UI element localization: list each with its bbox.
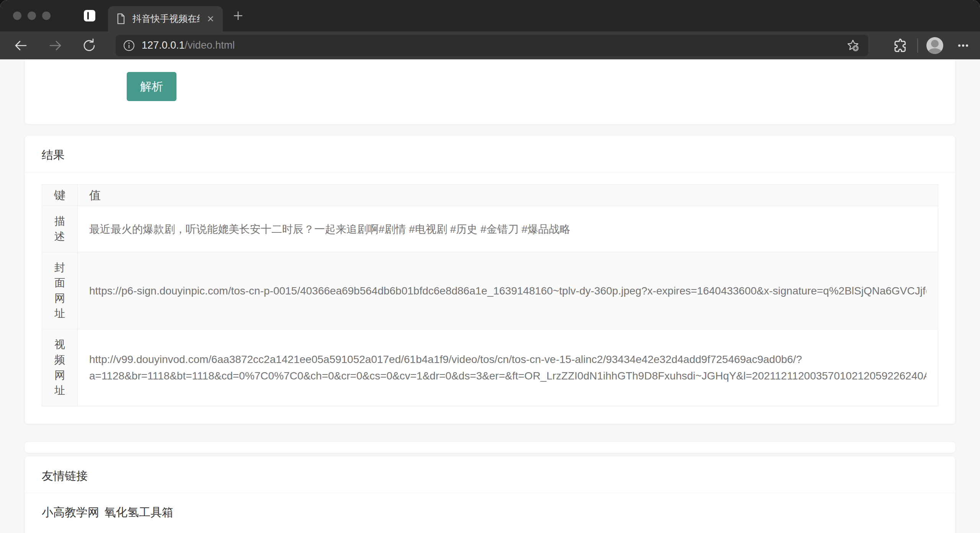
friend-links: 小高教学网氧化氢工具箱 [25,493,955,533]
new-tab-button[interactable] [230,7,247,24]
toolbar-right-icons [890,36,972,55]
value-column-header: 值 [78,185,938,206]
favorite-add-icon[interactable] [844,37,861,54]
parse-card: 解析 [24,59,956,124]
result-table-body: 描述最近最火的爆款剧，听说能媲美长安十二时辰？一起来追剧啊#剧情 #电视剧 #历… [42,206,938,406]
table-row: 视频网址http://v99.douyinvod.com/6aa3872cc2a… [42,329,938,406]
url-text: 127.0.0.1/video.html [142,39,235,51]
browser-toolbar: 127.0.0.1/video.html [0,31,980,59]
extensions-puzzle-icon[interactable] [890,36,909,55]
url-host: 127.0.0.1 [142,39,185,51]
address-bar[interactable]: 127.0.0.1/video.html [116,35,868,56]
links-section-title: 友情链接 [25,470,955,482]
key-column-header: 键 [42,185,78,206]
back-button[interactable] [13,37,29,54]
forward-button[interactable] [47,37,64,54]
reload-button[interactable] [81,37,98,54]
tab-title: 抖音快手视频在线解析 [132,13,199,25]
row-key-cell: 描述 [42,206,78,252]
result-table: 键 值 描述最近最火的爆款剧，听说能媲美长安十二时辰？一起来追剧啊#剧情 #电视… [42,185,938,406]
row-key-cell: 视频网址 [42,329,78,406]
window-zoom-button[interactable] [42,11,51,20]
row-value-cell: https://p6-sign.douyinpic.com/tos-cn-p-0… [78,252,938,329]
parse-button[interactable]: 解析 [127,72,176,101]
spacer-strip [24,441,956,453]
row-value-cell: 最近最火的爆款剧，听说能媲美长安十二时辰？一起来追剧啊#剧情 #电视剧 #历史 … [78,206,938,252]
url-path: /video.html [185,39,235,51]
table-header-row: 键 值 [42,185,938,206]
row-value-line: http://v99.douyinvod.com/6aa3872cc2a1421… [89,351,926,368]
site-info-icon[interactable] [122,39,136,52]
row-key-cell: 封面网址 [42,252,78,329]
row-value-line: 最近最火的爆款剧，听说能媲美长安十二时辰？一起来追剧啊#剧情 #电视剧 #历史 … [89,221,926,237]
tab-bar: 抖音快手视频在线解析 [0,0,980,31]
friend-link[interactable]: 小高教学网 [42,506,99,518]
row-value-cell: http://v99.douyinvod.com/6aa3872cc2a1421… [78,329,938,406]
table-row: 描述最近最火的爆款剧，听说能媲美长安十二时辰？一起来追剧啊#剧情 #电视剧 #历… [42,206,938,252]
result-card: 结果 键 值 描述最近最火的爆款剧，听说能媲美长安十二时辰？一起来追剧啊#剧情 … [24,135,956,424]
browser-window: 抖音快手视频在线解析 [0,0,980,533]
more-menu-icon[interactable] [954,36,972,55]
window-close-button[interactable] [13,11,21,20]
window-minimize-button[interactable] [28,11,36,20]
tab-close-icon[interactable] [206,12,215,25]
result-section-title: 结果 [25,149,955,161]
row-value-line: a=1128&br=1118&bt=1118&cd=0%7C0%7C0&ch=0… [89,368,926,384]
friend-link[interactable]: 氧化氢工具箱 [105,506,173,518]
toolbar-separator [917,38,918,53]
tab-panel-icon[interactable] [82,8,97,23]
browser-tab[interactable]: 抖音快手视频在线解析 [108,6,223,31]
profile-avatar[interactable] [926,37,943,54]
page-document-icon [116,13,126,25]
row-value-line: https://p6-sign.douyinpic.com/tos-cn-p-0… [89,283,926,299]
page-content: 解析 结果 键 值 描述最近最火的爆款剧，听说能媲美长安十二时辰？一起来追剧啊#… [0,59,980,533]
window-controls [13,11,51,20]
table-row: 封面网址https://p6-sign.douyinpic.com/tos-cn… [42,252,938,329]
result-table-wrap: 键 值 描述最近最火的爆款剧，听说能媲美长安十二时辰？一起来追剧啊#剧情 #电视… [25,172,955,424]
friend-links-card: 友情链接 小高教学网氧化氢工具箱 [24,456,956,533]
